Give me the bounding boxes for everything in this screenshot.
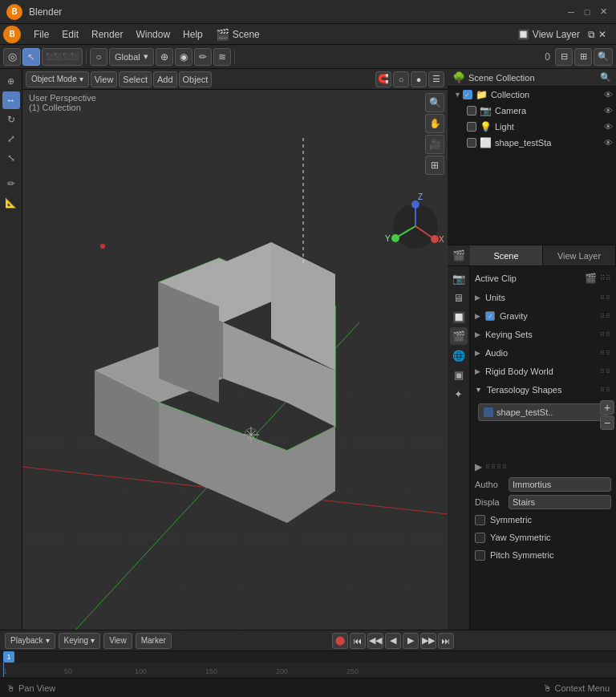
shape-visibility-check[interactable] [467, 138, 476, 148]
yaw-symmetric-check-row[interactable]: Yaw Symmetric [470, 529, 616, 546]
pitch-symmetric-checkbox[interactable] [475, 550, 485, 561]
props-render-icon[interactable]: 📷 [450, 269, 468, 287]
remove-shape-btn[interactable]: − [600, 415, 614, 430]
shape-item[interactable]: shape_testSt.. [478, 403, 608, 421]
camera-visibility-check[interactable] [467, 106, 476, 115]
play-forward-btn[interactable]: ▶ [403, 633, 419, 649]
viewport-pan[interactable]: ✋ [425, 114, 444, 133]
yaw-symmetric-checkbox[interactable] [475, 533, 485, 543]
marker-dropdown[interactable]: Marker [136, 633, 172, 649]
proportional-edit-btn[interactable]: ◉ [175, 48, 192, 66]
global-dropdown[interactable]: Global ▾ [109, 48, 154, 66]
step-forward-btn[interactable]: ▶▶ [420, 633, 436, 649]
measure-tool[interactable]: 📐 [2, 194, 20, 212]
play-back-btn[interactable]: ◀ [385, 633, 401, 649]
transform-tool[interactable]: ⤡ [2, 149, 20, 167]
keying-header-row[interactable]: ▶ Keying Sets ⠿⠿ [470, 326, 616, 343]
box-select-tool-btn[interactable]: ⬛⬛⬛⬛ [42, 48, 83, 66]
symmetric-checkbox[interactable] [475, 515, 485, 525]
audio-header-row[interactable]: ▶ Audio ⠿⠿ [470, 344, 616, 362]
outliner-item-collection[interactable]: ▼ ✓ 📁 Collection 👁 [448, 87, 616, 103]
view-layer-close-icon[interactable]: ✕ [598, 29, 606, 40]
menu-edit[interactable]: Edit [55, 27, 85, 42]
cursor-tool[interactable]: ⊕ [2, 72, 20, 90]
viewport-zoom-in[interactable]: 🔍 [425, 93, 444, 112]
outliner-search-icon[interactable]: 🔍 [600, 72, 611, 83]
light-eye-icon[interactable]: 👁 [604, 122, 613, 132]
tab-scene[interactable]: Scene [470, 245, 543, 266]
outliner-item-camera[interactable]: 📷 Camera 👁 [448, 103, 616, 119]
record-btn[interactable]: ⬤ [332, 633, 348, 649]
menu-file[interactable]: File [27, 27, 55, 42]
camera-eye-icon[interactable]: 👁 [604, 106, 613, 115]
viewport-perspective[interactable]: ⊞ [425, 156, 444, 175]
author-value[interactable]: Immortius [509, 477, 611, 492]
menu-render[interactable]: Render [85, 27, 129, 42]
props-object-icon[interactable]: ▣ [450, 366, 468, 383]
shape-eye-icon[interactable]: 👁 [604, 138, 613, 148]
menu-help[interactable]: Help [176, 27, 209, 42]
jump-to-end-btn[interactable]: ⏭ [438, 633, 454, 649]
view-menu-btn[interactable]: View [91, 71, 118, 87]
transform-orientation-btn[interactable]: 🧲 [375, 71, 391, 87]
step-back-btn[interactable]: ◀◀ [367, 633, 383, 649]
jump-to-start-btn[interactable]: ⏮ [350, 633, 366, 649]
proportional-btn[interactable]: ○ [90, 48, 107, 66]
props-output-icon[interactable]: 🖥 [450, 289, 468, 306]
object-menu-btn[interactable]: Object [179, 71, 213, 87]
play-icon[interactable]: ▶ [475, 461, 482, 472]
viewport-body[interactable]: User Perspective (1) Collection [22, 90, 448, 630]
frame-input[interactable]: 0 [545, 51, 553, 63]
close-button[interactable]: ✕ [597, 6, 610, 18]
maximize-button[interactable]: □ [581, 6, 594, 18]
current-frame-badge[interactable]: 1 [3, 651, 14, 663]
timeline-view-dropdown[interactable]: View [103, 633, 132, 649]
mode-select-btn[interactable]: ◎ [3, 48, 21, 66]
terasology-header-row[interactable]: ▼ Terasology Shapes ⠿⠿ [470, 381, 616, 399]
scale-tool[interactable]: ⤢ [2, 130, 20, 148]
add-menu-btn[interactable]: Add [153, 71, 177, 87]
minimize-button[interactable]: ─ [565, 6, 578, 18]
view-layer-label: View Layer [533, 29, 580, 40]
collection-visibility-check[interactable]: ✓ [463, 90, 472, 99]
add-shape-btn[interactable]: + [600, 400, 614, 415]
pitch-symmetric-check-row[interactable]: Pitch Symmetric [470, 546, 616, 564]
menu-window[interactable]: Window [129, 27, 176, 42]
select-menu-btn[interactable]: Select [119, 71, 152, 87]
props-view-layer-icon[interactable]: 🔲 [450, 308, 468, 326]
display-value[interactable]: Stairs [509, 495, 611, 509]
grease-pencil-btn[interactable]: ✏ [194, 48, 212, 66]
outliner-item-shape[interactable]: ⬜ shape_testSta 👁 [448, 135, 616, 151]
props-particles-icon[interactable]: ✦ [450, 385, 468, 403]
gravity-header-row[interactable]: ▶ ✓ Gravity ⠿⠿ [470, 307, 616, 325]
collection-eye-icon[interactable]: 👁 [604, 90, 613, 99]
search-btn[interactable]: 🔍 [594, 48, 613, 66]
units-header-row[interactable]: ▶ Units ⠿⠿ [470, 289, 616, 306]
tab-view-layer[interactable]: View Layer [543, 245, 616, 266]
viewport-shading-btn[interactable]: ☰ [428, 71, 444, 87]
gravity-check[interactable]: ✓ [485, 311, 495, 321]
outliner-item-light[interactable]: 💡 Light 👁 [448, 119, 616, 135]
keying-dropdown[interactable]: Keying ▾ [59, 633, 101, 649]
props-world-icon[interactable]: 🌐 [450, 346, 468, 364]
symmetric-check-row[interactable]: Symmetric [470, 511, 616, 529]
rotate-tool[interactable]: ↻ [2, 111, 20, 128]
move-tool[interactable]: ↔ [2, 91, 20, 109]
props-scene-icon[interactable]: 🎬 [450, 327, 468, 345]
collection-arrow-icon: ▼ [454, 91, 461, 99]
editor-type-btn2[interactable]: ⊞ [574, 48, 592, 66]
annotate-tool[interactable]: ✏ [2, 175, 20, 192]
editor-layout-btn[interactable]: ⊟ [555, 48, 573, 66]
shading-toggle[interactable]: ● [411, 71, 427, 87]
editor-type-btn[interactable]: ≋ [213, 48, 231, 66]
object-mode-dropdown[interactable]: Object Mode ▾ [26, 71, 89, 87]
rigid-body-header-row[interactable]: ▶ Rigid Body World ⠿⠿ [470, 363, 616, 380]
timeline-ruler[interactable]: 1 1 50 100 150 200 250 [0, 651, 616, 678]
overlay-toggle[interactable]: ○ [393, 71, 409, 87]
playback-dropdown[interactable]: Playback ▾ [5, 633, 55, 649]
select-tool-btn[interactable]: ↖ [22, 48, 40, 66]
snap-btn[interactable]: ⊕ [156, 48, 173, 66]
view-layer-copy-icon[interactable]: ⧉ [588, 29, 595, 40]
viewport-orbit[interactable]: 🎥 [425, 135, 444, 154]
light-visibility-check[interactable] [467, 122, 476, 132]
